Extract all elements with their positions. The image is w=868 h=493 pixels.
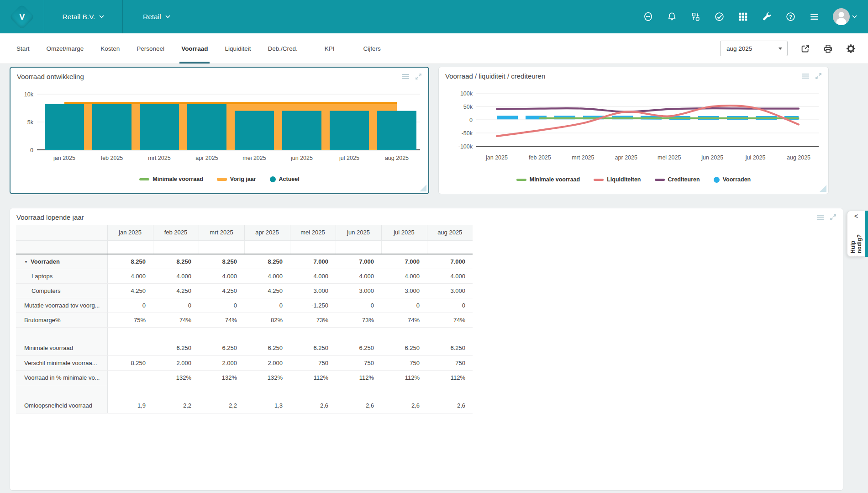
table-row: Voorraad in % minimale vo...132%132%132%…	[16, 370, 473, 385]
legend-label: Minimale voorraad	[530, 176, 580, 183]
chart-legend: Minimale voorraadVorig jaarActueel	[11, 176, 428, 182]
cell: 4.000	[290, 269, 336, 283]
cell	[336, 240, 381, 254]
expand-icon[interactable]	[415, 73, 422, 80]
card-actions	[402, 73, 422, 80]
user-menu[interactable]	[833, 8, 857, 25]
svg-text:jul 2025: jul 2025	[745, 154, 766, 161]
app-logo[interactable]: V	[0, 0, 44, 33]
table-row: Brutomarge%75%74%74%82%73%73%74%74%	[16, 313, 473, 327]
cell: 2,2	[153, 398, 199, 413]
legend-item-actueel[interactable]: Actueel	[270, 176, 300, 182]
cell	[336, 327, 381, 341]
company-dropdown[interactable]: Retail B.V.	[44, 0, 123, 33]
svg-text:jun 2025: jun 2025	[290, 155, 313, 161]
card-actions	[816, 213, 837, 221]
cell: 7.000	[427, 254, 473, 269]
print-icon[interactable]	[823, 43, 833, 54]
cell: 750	[427, 355, 473, 370]
svg-text:mei 2025: mei 2025	[242, 155, 266, 161]
legend-item-voorraden[interactable]: Voorraden	[714, 176, 751, 183]
tab-cijfers[interactable]: Cijfers	[363, 33, 380, 64]
tab-personeel[interactable]: Personeel	[137, 33, 164, 64]
row-label: Minimale voorraad	[16, 341, 107, 355]
tab-kpi[interactable]: KPI	[325, 33, 335, 64]
resize-handle[interactable]	[820, 185, 826, 192]
cell: 6.250	[153, 341, 199, 355]
tab-liquiditeit[interactable]: Liquiditeit	[225, 33, 251, 64]
tools-wrench-icon[interactable]	[762, 11, 772, 22]
legend-item-minimale-voorraad[interactable]: Minimale voorraad	[516, 176, 580, 183]
cell	[199, 240, 244, 254]
help-panel-tab[interactable]: < Hulp nodig? ...	[847, 211, 865, 257]
line-marker	[217, 178, 227, 181]
share-icon[interactable]	[800, 43, 810, 54]
cell: 0	[107, 298, 153, 313]
tasks-check-icon[interactable]	[714, 11, 725, 22]
legend-item-vorig-jaar[interactable]: Vorig jaar	[217, 176, 256, 182]
cell: 4.000	[107, 269, 153, 283]
cell	[381, 385, 427, 398]
cell: 0	[153, 298, 199, 313]
table-row: Minimale voorraad6.2506.2506.2506.2506.2…	[16, 341, 473, 355]
legend-item-minimale-voorraad[interactable]: Minimale voorraad	[139, 176, 203, 182]
chart-canvas[interactable]: 100k50k0-50k-100kjan 2025feb 2025mrt 202…	[439, 84, 828, 167]
cell: 74%	[199, 313, 244, 327]
cell: 7.000	[336, 254, 381, 269]
cell: 4.000	[427, 269, 473, 283]
app-header: V Retail B.V. Retail	[0, 0, 868, 33]
svg-text:-50k: -50k	[462, 130, 473, 137]
help-icon[interactable]: ?	[785, 11, 796, 22]
cell: 6.250	[199, 341, 244, 355]
cell	[107, 240, 153, 254]
card-menu-icon[interactable]	[802, 72, 810, 80]
svg-text:100k: 100k	[460, 90, 473, 97]
chart-canvas[interactable]: 10k5k0jan 2025feb 2025mrt 2025apr 2025me…	[11, 84, 429, 167]
svg-text:mrt 2025: mrt 2025	[572, 154, 594, 161]
column-header	[16, 225, 107, 240]
resize-handle[interactable]	[420, 185, 426, 191]
row-label: Brutomarge%	[16, 313, 107, 327]
workspace-dropdown[interactable]: Retail	[123, 0, 170, 33]
legend-item-liquiditeiten[interactable]: Liquiditeiten	[594, 176, 641, 183]
collapse-triangle-icon[interactable]: ▼	[24, 260, 28, 264]
cell	[290, 385, 336, 398]
cell: 2,2	[199, 398, 244, 413]
table-row	[16, 327, 473, 341]
settings-gear-icon[interactable]	[846, 43, 856, 54]
card-menu-icon[interactable]	[816, 213, 824, 221]
column-header: feb 2025	[153, 225, 199, 240]
table-row: Verschil minimale voorraa...8.2502.0002.…	[16, 355, 473, 370]
swap-icon[interactable]	[690, 11, 701, 22]
cell	[153, 327, 199, 341]
legend-item-crediteuren[interactable]: Crediteuren	[655, 176, 700, 183]
svg-text:jul 2025: jul 2025	[339, 155, 359, 161]
cell: 4.000	[244, 269, 290, 283]
cell: 2.000	[153, 355, 199, 370]
tab-voorraad[interactable]: Voorraad	[181, 33, 208, 64]
tab-start[interactable]: Start	[16, 33, 30, 64]
logo-diamond-icon: V	[9, 4, 35, 30]
cell: -1.250	[290, 298, 336, 313]
assistant-icon[interactable]	[643, 11, 653, 22]
cell: 4.000	[381, 269, 427, 283]
expand-icon[interactable]	[815, 72, 822, 80]
notifications-bell-icon[interactable]	[667, 11, 677, 22]
apps-grid-icon[interactable]	[738, 11, 748, 22]
cell: 8.250	[107, 254, 153, 269]
header-actions: ?	[643, 0, 868, 33]
tab-kosten[interactable]: Kosten	[100, 33, 120, 64]
nav-toolbar: StartOmzet/margeKostenPersoneelVoorraadL…	[0, 33, 868, 64]
cell: 74%	[153, 313, 199, 327]
cell: 74%	[381, 313, 427, 327]
period-dropdown[interactable]: aug 2025	[720, 41, 788, 56]
line-marker	[594, 179, 604, 181]
column-header: jul 2025	[381, 225, 427, 240]
tab-omzet-marge[interactable]: Omzet/marge	[47, 33, 84, 64]
cell: 4.250	[244, 283, 290, 298]
help-panel-edge[interactable]	[865, 211, 868, 257]
tab-deb-cred-[interactable]: Deb./Cred.	[268, 33, 297, 64]
card-menu-icon[interactable]	[402, 73, 410, 80]
expand-icon[interactable]	[829, 213, 837, 221]
menu-icon[interactable]	[809, 11, 820, 22]
